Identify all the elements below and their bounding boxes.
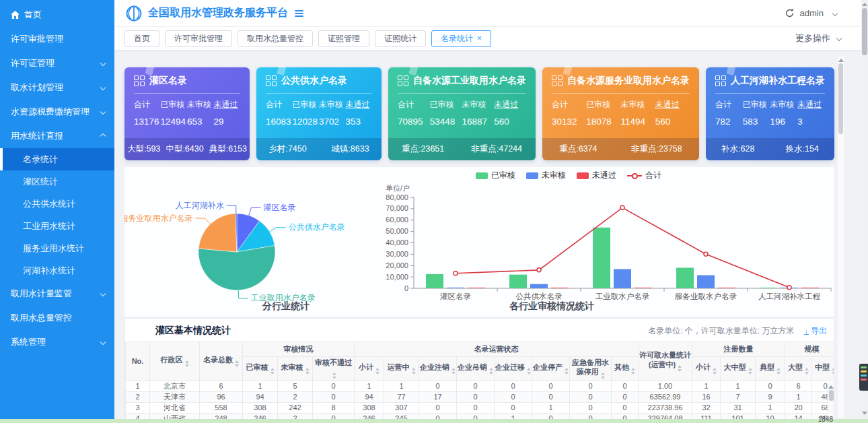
column-header[interactable]: 典型 <box>756 357 785 381</box>
sort-icon[interactable] <box>832 368 834 375</box>
sort-icon[interactable] <box>451 368 456 375</box>
column-header[interactable]: 企业吊销 <box>457 357 495 381</box>
menu-toggle-icon[interactable] <box>295 10 303 17</box>
bar-未通过[interactable] <box>718 288 735 288</box>
sort-icon[interactable] <box>631 368 635 375</box>
tab-total-control[interactable]: 取用水总量管控 <box>238 30 313 47</box>
column-header[interactable]: 大型 <box>785 357 812 381</box>
sidebar-item-metering-supervision[interactable]: 取用水计量监管 <box>0 282 114 306</box>
scroll-marker-widget[interactable] <box>859 364 868 391</box>
sidebar-item-intake-plan[interactable]: 取水计划管理 <box>0 75 114 100</box>
tab-home[interactable]: 首页 <box>124 30 159 47</box>
bar-已审核[interactable] <box>760 288 777 288</box>
more-actions-button[interactable]: 更多操作 <box>795 32 841 44</box>
close-icon[interactable]: × <box>477 34 482 43</box>
column-header[interactable]: 已审核 <box>243 357 278 381</box>
line-marker[interactable] <box>787 286 791 290</box>
legend-item-未通过[interactable]: 未通过 <box>577 170 616 181</box>
tab-permit-approval[interactable]: 许可审批管理 <box>165 30 232 47</box>
column-header[interactable]: 小计 <box>355 357 384 381</box>
table-row[interactable]: 2天津市9694209477170000063562.991679146 <box>126 391 834 402</box>
sidebar-item-water-stats-report[interactable]: 用水统计直报 <box>0 124 114 148</box>
user-chevron-down-icon[interactable] <box>832 10 838 15</box>
bar-未审核[interactable] <box>447 288 464 288</box>
table-scroll-thumb[interactable] <box>829 390 834 401</box>
sidebar-item-catalog-stats[interactable]: 名录统计 <box>0 148 114 170</box>
legend-item-未审核[interactable]: 未审核 <box>526 170 566 181</box>
bar-已审核[interactable] <box>509 275 527 288</box>
bar-未审核[interactable] <box>530 284 548 288</box>
sort-icon[interactable] <box>527 368 531 375</box>
table-row[interactable]: 3河北省5583082428308307000100223738.9632311… <box>126 402 834 413</box>
sidebar-item-irrigation-stats[interactable]: 灌区统计 <box>0 170 114 193</box>
sidebar-item-river-lake-stats[interactable]: 河湖补水统计 <box>0 259 114 282</box>
sort-icon[interactable] <box>375 368 379 375</box>
column-header[interactable]: 名录总数 <box>200 342 243 381</box>
sort-icon[interactable] <box>305 368 310 375</box>
bar-未通过[interactable] <box>551 288 569 288</box>
sort-icon[interactable] <box>805 368 809 375</box>
sort-icon[interactable] <box>332 372 336 379</box>
line-marker[interactable] <box>537 268 541 272</box>
scroll-up-icon[interactable] <box>828 385 834 389</box>
column-header[interactable]: 其他 <box>612 357 639 381</box>
sidebar-item-home[interactable]: 首页 <box>0 3 114 27</box>
bar-未通过[interactable] <box>801 288 819 288</box>
pie-slice[interactable] <box>198 214 237 252</box>
tab-license-mgmt[interactable]: 证照管理 <box>318 30 369 47</box>
bar-未通过[interactable] <box>635 288 652 288</box>
line-marker[interactable] <box>454 271 458 275</box>
tab-license-stats[interactable]: 证照统计 <box>375 30 426 47</box>
column-header[interactable]: 企业停产 <box>532 357 570 381</box>
window-scroll-thumb[interactable] <box>862 8 867 55</box>
sidebar-item-public-supply-stats[interactable]: 公共供水统计 <box>0 193 114 215</box>
bar-未通过[interactable] <box>468 288 485 288</box>
sidebar-item-water-tax[interactable]: 水资源税费缴纳管理 <box>0 100 114 124</box>
column-header[interactable]: 审核不通过 <box>313 357 355 381</box>
sidebar-item-permit-approval[interactable]: 许可审批管理 <box>0 27 114 51</box>
sidebar-item-system-mgmt[interactable]: 系统管理 <box>0 330 114 354</box>
column-header[interactable]: 小计 <box>692 357 721 381</box>
export-button[interactable]: ↓ 导出 <box>804 325 828 337</box>
sort-icon[interactable] <box>776 368 781 375</box>
bar-已审核[interactable] <box>426 274 443 288</box>
user-name[interactable]: admin <box>800 8 824 18</box>
column-header[interactable]: 大中型 <box>721 357 756 381</box>
column-header[interactable]: 许可取水量统计(运营中) <box>639 342 692 381</box>
sort-icon[interactable] <box>185 360 189 367</box>
sidebar-item-service-water-stats[interactable]: 服务业用水统计 <box>0 237 114 259</box>
sort-icon[interactable] <box>489 368 493 375</box>
bar-已审核[interactable] <box>593 228 610 288</box>
window-scroll-up-icon[interactable] <box>862 3 867 6</box>
tab-catalog-stats[interactable]: 名录统计× <box>431 30 491 47</box>
sort-icon[interactable] <box>678 365 682 372</box>
sort-icon[interactable] <box>270 368 275 375</box>
sort-icon[interactable] <box>235 360 239 367</box>
sidebar-item-total-control[interactable]: 取用水总量管控 <box>0 306 114 330</box>
legend-item-合计[interactable]: 合计 <box>627 170 661 181</box>
column-header[interactable]: 未审核 <box>278 357 313 381</box>
sort-icon[interactable] <box>565 368 569 375</box>
bar-未审核[interactable] <box>697 275 715 288</box>
legend-item-已审核[interactable]: 已审核 <box>476 170 515 181</box>
line-marker[interactable] <box>620 205 624 209</box>
column-header[interactable]: 企业注销 <box>419 357 457 381</box>
sort-icon[interactable] <box>412 368 416 375</box>
bar-未审核[interactable] <box>614 269 631 288</box>
sort-icon[interactable] <box>601 372 605 379</box>
sidebar-item-license-mgmt[interactable]: 许可证管理 <box>0 51 114 75</box>
column-header[interactable]: 行政区 <box>150 342 200 381</box>
window-scrollbar[interactable] <box>861 0 868 423</box>
column-header[interactable]: 中型 <box>812 357 834 381</box>
sort-icon[interactable] <box>713 368 717 375</box>
column-header[interactable]: 企业迁移 <box>495 357 532 381</box>
content-scroll-up-icon[interactable] <box>838 59 844 62</box>
content-scrollbar[interactable] <box>838 57 844 418</box>
pie-slice[interactable] <box>198 246 275 290</box>
column-header[interactable]: 运营中 <box>384 357 419 381</box>
refresh-icon[interactable] <box>785 8 795 18</box>
bar-已审核[interactable] <box>676 267 694 288</box>
table-row[interactable]: 1北京市6150110000001.0011060 <box>126 381 834 391</box>
sidebar-item-industrial-water-stats[interactable]: 工业用水统计 <box>0 215 114 237</box>
window-scroll-down-icon[interactable] <box>862 412 867 415</box>
